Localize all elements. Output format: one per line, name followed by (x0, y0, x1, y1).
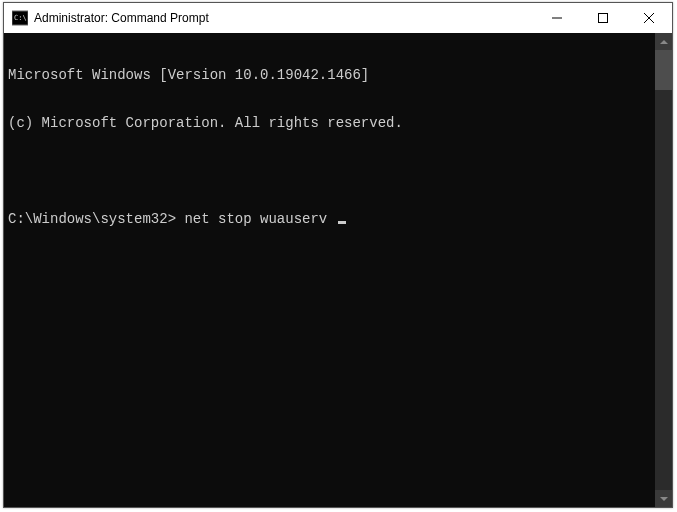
svg-rect-3 (599, 14, 608, 23)
titlebar-left: C:\ Administrator: Command Prompt (4, 10, 534, 26)
minimize-button[interactable] (534, 3, 580, 33)
terminal-output[interactable]: Microsoft Windows [Version 10.0.19042.14… (4, 33, 655, 507)
blank-line (8, 163, 651, 179)
scroll-down-button[interactable] (655, 490, 672, 507)
vertical-scrollbar[interactable] (655, 33, 672, 507)
scroll-thumb[interactable] (655, 50, 672, 90)
chevron-up-icon (660, 40, 668, 44)
chevron-down-icon (660, 497, 668, 501)
client-area: Microsoft Windows [Version 10.0.19042.14… (4, 33, 672, 507)
titlebar[interactable]: C:\ Administrator: Command Prompt (4, 3, 672, 33)
window-controls (534, 3, 672, 33)
version-line: Microsoft Windows [Version 10.0.19042.14… (8, 67, 651, 83)
copyright-line: (c) Microsoft Corporation. All rights re… (8, 115, 651, 131)
cursor (338, 221, 346, 224)
maximize-button[interactable] (580, 3, 626, 33)
cmd-icon: C:\ (12, 10, 28, 26)
prompt-line: C:\Windows\system32> net stop wuauserv (8, 211, 651, 227)
prompt-path: C:\Windows\system32> (8, 211, 176, 227)
scroll-up-button[interactable] (655, 33, 672, 50)
close-button[interactable] (626, 3, 672, 33)
window-title: Administrator: Command Prompt (34, 11, 209, 25)
typed-command: net stop wuauserv (184, 211, 327, 227)
svg-text:C:\: C:\ (14, 14, 27, 22)
command-prompt-window: C:\ Administrator: Command Prompt Micros… (3, 2, 673, 508)
